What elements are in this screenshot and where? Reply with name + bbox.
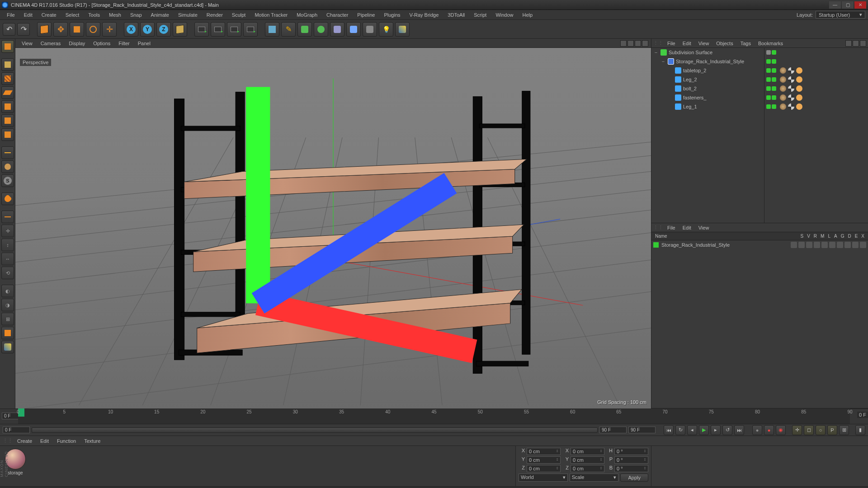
- layer-hdr-name[interactable]: Name: [653, 234, 798, 239]
- menu-animate[interactable]: Animate: [147, 11, 173, 19]
- phg-tag-icon[interactable]: [796, 85, 802, 92]
- misc-tool-4[interactable]: [1, 327, 14, 339]
- x-axis-button[interactable]: X: [124, 22, 138, 37]
- uvw-tag-icon[interactable]: [788, 94, 794, 101]
- obj-menu-edit[interactable]: Edit: [679, 40, 694, 47]
- menu-edit[interactable]: Edit: [20, 11, 37, 19]
- menu-mesh[interactable]: Mesh: [105, 11, 125, 19]
- obj-row-fasteners_[interactable]: fasteners_: [651, 93, 764, 102]
- next-frame-button[interactable]: ▸: [711, 425, 721, 435]
- edge-mode-button[interactable]: [1, 114, 14, 127]
- paint-tool-button[interactable]: [1, 192, 14, 205]
- tweak-button[interactable]: [1, 160, 14, 173]
- menu-vraybridge[interactable]: V-Ray Bridge: [406, 11, 443, 19]
- menu-simulate[interactable]: Simulate: [174, 11, 202, 19]
- viewport[interactable]: Perspective: [15, 48, 651, 408]
- menu-character[interactable]: Character: [322, 11, 352, 19]
- add-pen-button[interactable]: [281, 22, 296, 37]
- layer-row[interactable]: Storage_Rack_Industrial_Style: [651, 240, 868, 249]
- menu-snap[interactable]: Snap: [126, 11, 146, 19]
- phg-tag-icon[interactable]: [796, 67, 802, 74]
- menu-window[interactable]: Window: [491, 11, 517, 19]
- vp-menu-view[interactable]: View: [18, 40, 36, 47]
- undo-button[interactable]: [3, 23, 15, 36]
- render-region-button[interactable]: [211, 22, 225, 37]
- object-tags-col[interactable]: [764, 48, 868, 223]
- model-mode-button[interactable]: [1, 40, 14, 53]
- add-generator-button[interactable]: [314, 22, 328, 37]
- phg-tag-icon[interactable]: [796, 76, 802, 83]
- layer-solo-icon[interactable]: [791, 242, 797, 248]
- vis-dot[interactable]: [772, 77, 776, 82]
- layer-menu-file[interactable]: File: [664, 224, 679, 231]
- menu-tools[interactable]: Tools: [84, 11, 104, 19]
- layer-hdr-l[interactable]: L: [826, 234, 832, 239]
- kf-extra-button[interactable]: ▮: [855, 425, 865, 435]
- obj-row-storage_rack_industrial_style[interactable]: −Storage_Rack_Industrial_Style: [651, 57, 764, 66]
- object-mode-button[interactable]: [1, 58, 14, 71]
- snap-button[interactable]: S: [1, 174, 14, 187]
- cur-frame-field[interactable]: 0 F: [3, 427, 30, 433]
- object-tree[interactable]: −Subdivision Surface−Storage_Rack_Indust…: [651, 48, 764, 223]
- uvw-tag-icon[interactable]: [788, 85, 794, 92]
- menu-file[interactable]: File: [3, 11, 19, 19]
- obj-menu-file[interactable]: File: [664, 40, 679, 47]
- timeline-slider[interactable]: [32, 427, 598, 433]
- render-view-button[interactable]: [194, 22, 209, 37]
- menu-mograph[interactable]: MoGraph: [292, 11, 321, 19]
- menu-motiontracker[interactable]: Motion Tracker: [250, 11, 292, 19]
- phg-tag-icon[interactable]: [796, 103, 802, 110]
- end-frame-field-2[interactable]: 90 F: [628, 427, 656, 433]
- live-select-button[interactable]: [37, 22, 52, 37]
- uvw-tag-icon[interactable]: [788, 76, 794, 83]
- layer-hdr-r[interactable]: R: [812, 234, 819, 239]
- uvw-tag-icon[interactable]: [788, 67, 794, 74]
- add-cube-button[interactable]: [265, 22, 279, 37]
- obj-menu-bookmarks[interactable]: Bookmarks: [755, 40, 786, 47]
- texture-mode-button[interactable]: [1, 72, 14, 85]
- poly-mode-button[interactable]: [1, 128, 14, 141]
- size-x-field[interactable]: 0 cm‡: [571, 448, 604, 455]
- vis-dot[interactable]: [772, 86, 776, 91]
- layer-mgr-icon[interactable]: [814, 242, 820, 248]
- autokey-button[interactable]: ●: [764, 425, 774, 435]
- vp-menu-display[interactable]: Display: [65, 40, 89, 47]
- layer-menu-view[interactable]: View: [695, 224, 712, 231]
- rot-h-field[interactable]: 0 °‡: [614, 448, 648, 455]
- om-btn-3[interactable]: [860, 40, 866, 47]
- menu-create[interactable]: Create: [38, 11, 61, 19]
- move-button[interactable]: [53, 22, 68, 37]
- add-deformer-button[interactable]: [330, 22, 344, 37]
- mat-menu-texture[interactable]: Texture: [80, 437, 104, 445]
- vis-dot[interactable]: [772, 59, 776, 64]
- coord-sys-select[interactable]: World▾: [519, 474, 568, 482]
- mat-menu-function[interactable]: Function: [53, 437, 80, 445]
- menu-render[interactable]: Render: [203, 11, 227, 19]
- pos-y-field[interactable]: 0 cm‡: [527, 456, 561, 464]
- vp-menu-cameras[interactable]: Cameras: [37, 40, 65, 47]
- prev-frame-button[interactable]: ◂: [687, 425, 697, 435]
- vis-dot[interactable]: [766, 68, 771, 73]
- vis-dot[interactable]: [772, 50, 776, 55]
- key-sel-button[interactable]: ◉: [776, 425, 786, 435]
- coord-sys-button[interactable]: [173, 22, 187, 37]
- vp-btn-4[interactable]: [642, 40, 648, 47]
- vis-dot[interactable]: [766, 86, 771, 91]
- workplane-button[interactable]: [1, 86, 14, 99]
- misc-tool-2[interactable]: ◑: [1, 299, 14, 311]
- rot-b-field[interactable]: 0 °‡: [614, 465, 648, 472]
- obj-menu-objects[interactable]: Objects: [713, 40, 736, 47]
- add-nurbs-button[interactable]: [297, 22, 312, 37]
- tex-tag-icon[interactable]: [780, 103, 786, 110]
- panel-grip-icon[interactable]: ⋮⋮: [653, 40, 663, 46]
- vp-btn-3[interactable]: [635, 40, 641, 47]
- expand-icon[interactable]: −: [660, 59, 666, 64]
- coord-mode-select[interactable]: Scale▾: [570, 474, 619, 482]
- axis-mode-button[interactable]: [1, 146, 14, 159]
- goto-end-button[interactable]: ⏭: [734, 425, 744, 435]
- wp-z-button[interactable]: ⟲: [1, 267, 14, 279]
- layer-def-icon[interactable]: [844, 242, 851, 248]
- menu-help[interactable]: Help: [519, 11, 537, 19]
- point-mode-button[interactable]: [1, 100, 14, 113]
- kf-opt-button[interactable]: ⊞: [839, 425, 849, 435]
